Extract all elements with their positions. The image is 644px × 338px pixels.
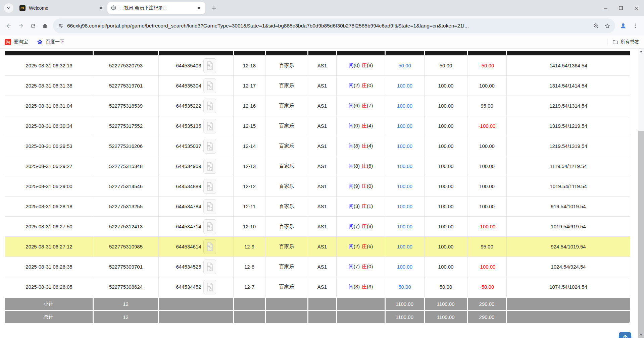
cell-game-type: 百家乐 [265,257,308,277]
cell-bet-amount: 100.00 [385,136,425,156]
cell-bet-content: 闲(8)庄(3) [337,277,385,297]
banker-bet-label: 庄 [362,143,367,149]
video-replay-button[interactable] [203,199,216,214]
table-row: 2025-08-31 06:30:34 522775317552 6445351… [5,116,630,136]
table-row: 2025-08-31 06:32:13 522775320793 6445354… [5,56,630,76]
bet-amount-link[interactable]: 100.00 [397,143,412,149]
tab-welcome[interactable]: Welcome [16,2,107,14]
folder-icon [612,39,618,45]
tab-strip: Welcome :::视讯 会员下注纪录::: [0,0,644,16]
cell-order-no: 522775308624 [93,277,159,297]
cell-balance: 924.54/1019.54 [507,237,630,257]
cell-balance: 1074.54/1024.54 [507,277,630,297]
bookmark-label: 爱淘宝 [14,39,28,45]
table-header-strip [5,51,630,55]
bet-amount-link[interactable]: 100.00 [397,123,412,129]
site-settings-icon[interactable] [58,23,64,29]
forward-button[interactable] [15,20,27,32]
summary-row: 小计 12 1100.00 1100.00 290.00 [5,298,630,311]
cell-order-no: 522775313255 [93,196,159,217]
banker-bet-label: 庄 [362,103,367,108]
bet-amount-link[interactable]: 100.00 [397,163,412,169]
video-replay-button[interactable] [203,219,216,234]
banker-bet-label: 庄 [362,82,367,88]
tab-title: :::视讯 会员下注纪录::: [120,5,193,11]
table-row: 2025-08-31 06:29:27 522775315348 6445349… [5,156,630,176]
bookmark-star-icon[interactable] [604,23,610,29]
profile-avatar[interactable] [617,20,629,32]
video-replay-button[interactable] [203,78,216,93]
cell-round: 12-7 [234,277,265,297]
cell-bet-content: 闲(2)庄(6) [337,237,385,257]
bet-amount-link[interactable]: 50.00 [398,63,411,68]
video-replay-button[interactable] [203,99,216,113]
summary-valid-total: 1100.00 [424,311,467,323]
cell-win-loss: -100.00 [467,116,507,136]
video-replay-button[interactable] [203,139,216,154]
summary-label: 总计 [5,311,93,323]
vertical-scrollbar[interactable] [638,49,644,338]
back-button[interactable] [3,20,15,32]
cell-balance: 1319.54/1219.54 [507,116,630,136]
bet-amount-link[interactable]: 100.00 [397,224,412,229]
cell-order-no: 522775310985 [93,237,159,257]
bookmark-baidu[interactable]: du 百度一下 [37,39,64,45]
bet-amount-link[interactable]: 50.00 [398,284,411,290]
bet-amount-link[interactable]: 100.00 [397,204,412,209]
scrollbar-thumb[interactable] [638,131,644,338]
cell-game-no: 644534784 [159,196,234,217]
video-replay-button[interactable] [203,179,216,194]
home-button[interactable] [39,20,51,32]
new-tab-button[interactable] [209,3,219,13]
reload-button[interactable] [27,20,39,32]
divider [607,39,607,45]
bet-amount-link[interactable]: 100.00 [397,103,412,109]
cell-valid-amount: 50.00 [425,56,467,76]
table-row: 2025-08-31 06:26:05 522775308624 6445344… [5,277,630,297]
video-replay-button[interactable] [203,119,216,133]
cell-table-name: AS1 [308,116,337,136]
table-row: 2025-08-31 06:27:12 522775310985 6445346… [5,237,630,257]
video-replay-button[interactable] [203,280,216,294]
menu-dots-icon[interactable] [629,20,641,32]
maximize-button[interactable] [613,0,629,16]
address-bar[interactable]: 66cxkj98.com/ipl/portal.php/game/betreco… [53,18,615,33]
zoom-out-indicator-icon[interactable] [593,23,599,29]
cell-game-no: 644535222 [159,96,234,116]
bookmark-label: 百度一下 [46,39,64,45]
bet-amount-link[interactable]: 100.00 [397,83,412,89]
cell-order-no: 522775309701 [93,257,159,277]
tab-close-icon[interactable] [196,5,202,11]
bet-amount-link[interactable]: 100.00 [397,244,412,249]
close-window-button[interactable] [629,0,644,16]
cell-bet-content: 闲(8)庄(4) [337,136,385,156]
cell-bet-content: 闲(7)庄(8) [337,217,385,237]
cell-bet-time: 2025-08-31 06:28:18 [5,196,93,217]
back-to-top-button[interactable] [619,332,631,338]
video-replay-button[interactable] [203,58,216,73]
cell-game-type: 百家乐 [265,217,308,237]
cell-win-loss: -50.00 [467,277,507,297]
baidu-paw-icon: du [37,39,43,45]
bet-amount-link[interactable]: 100.00 [397,264,412,270]
cell-game-type: 百家乐 [265,136,308,156]
cell-valid-amount: 100.00 [425,257,467,277]
cell-bet-content: 闲(3)庄(1) [337,196,385,217]
video-replay-button[interactable] [203,159,216,174]
scroll-up-icon[interactable] [638,49,644,54]
cell-round: 12-18 [234,56,265,76]
tab-close-icon[interactable] [98,5,104,11]
cell-balance: 1024.54/924.54 [507,257,630,277]
tab-search-chevron-icon[interactable] [4,3,13,13]
bookmark-taobao[interactable]: 淘 爱淘宝 [5,39,28,45]
all-bookmarks[interactable]: 所有书签 [607,39,639,45]
video-replay-button[interactable] [203,260,216,274]
minimize-button[interactable] [598,0,613,16]
bet-amount-link[interactable]: 100.00 [397,183,412,189]
video-replay-button[interactable] [203,239,216,254]
tab-bet-record[interactable]: :::视讯 会员下注纪录::: [107,2,205,14]
scroll-down-icon[interactable] [638,332,644,338]
table-row: 2025-08-31 06:29:53 522775316206 6445350… [5,136,630,156]
cell-round: 12-10 [234,217,265,237]
banker-bet-label: 庄 [362,163,367,169]
